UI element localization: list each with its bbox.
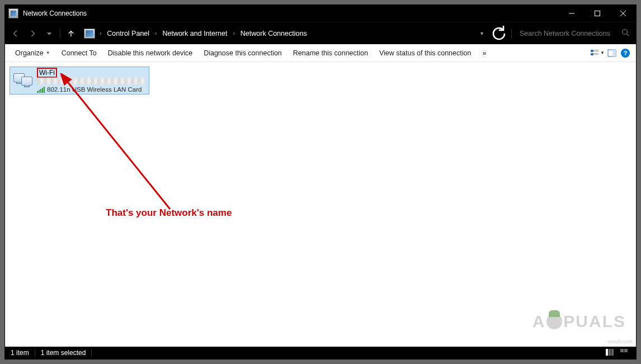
title-bar[interactable]: Network Connections: [5, 5, 636, 22]
annotation-text: That's your Network's name: [106, 207, 232, 219]
svg-rect-1: [595, 11, 600, 16]
breadcrumb-strip[interactable]: › Control Panel › Network and Internet ›…: [81, 26, 473, 41]
separator: [60, 29, 60, 39]
minimize-button[interactable]: [559, 5, 585, 22]
diagnose-button[interactable]: Diagnose this connection: [198, 46, 287, 60]
chevron-right-icon[interactable]: ›: [154, 28, 158, 39]
organize-menu[interactable]: Organize▼: [10, 46, 56, 60]
location-icon: [84, 29, 95, 39]
svg-line-7: [627, 34, 629, 36]
svg-rect-9: [594, 50, 598, 50]
help-button[interactable]: ?: [619, 46, 631, 60]
content-area[interactable]: Wi-Fi 802.11n USB Wireless LAN Card That…: [5, 62, 636, 347]
watermark: A PUALS: [532, 312, 626, 331]
svg-rect-13: [594, 54, 598, 55]
chevron-right-icon[interactable]: ›: [232, 28, 235, 39]
svg-rect-12: [594, 53, 598, 54]
status-item-count: 1 item: [11, 349, 29, 357]
connect-to-button[interactable]: Connect To: [56, 46, 102, 60]
breadcrumb-item[interactable]: Network Connections: [237, 27, 310, 40]
watermark-site: wsxdn.com: [607, 339, 633, 344]
svg-marker-4: [47, 32, 52, 35]
explorer-window: Network Connections › Control Panel › Ne…: [4, 4, 637, 360]
svg-point-6: [623, 30, 628, 35]
large-icons-view-button[interactable]: [620, 349, 630, 357]
address-bar: › Control Panel › Network and Internet ›…: [5, 22, 636, 44]
signal-strength-icon: [37, 86, 45, 93]
refresh-button[interactable]: [490, 26, 508, 41]
connection-name: Wi-Fi: [37, 68, 57, 78]
network-connection-item[interactable]: Wi-Fi 802.11n USB Wireless LAN Card: [10, 67, 149, 94]
separator: [511, 29, 512, 39]
close-button[interactable]: [610, 5, 636, 22]
svg-rect-11: [591, 53, 593, 55]
view-status-button[interactable]: View status of this connection: [374, 46, 477, 60]
address-history-button[interactable]: ▾: [475, 30, 488, 36]
search-input[interactable]: [519, 29, 621, 38]
watermark-logo-icon: [546, 314, 562, 329]
chevron-down-icon: ▼: [46, 50, 50, 55]
svg-line-17: [66, 80, 170, 209]
preview-pane-button[interactable]: [605, 46, 619, 60]
window-icon: [8, 8, 18, 18]
details-view-button[interactable]: [606, 349, 616, 357]
window-controls: [559, 5, 636, 22]
window-title: Network Connections: [23, 10, 559, 17]
breadcrumb-item[interactable]: Control Panel: [103, 27, 153, 40]
up-button[interactable]: [64, 26, 78, 41]
rename-button[interactable]: Rename this connection: [287, 46, 374, 60]
connection-ssid-redacted: [37, 78, 145, 84]
search-icon[interactable]: [621, 29, 629, 38]
back-button[interactable]: [8, 26, 23, 41]
status-selected-count: 1 item selected: [41, 349, 86, 357]
svg-rect-10: [594, 51, 598, 51]
adapter-description: 802.11n USB Wireless LAN Card: [47, 86, 142, 93]
search-box[interactable]: [515, 26, 633, 41]
command-toolbar: Organize▼ Connect To Disable this networ…: [5, 44, 636, 62]
maximize-button[interactable]: [585, 5, 610, 22]
disable-device-button[interactable]: Disable this network device: [102, 46, 198, 60]
change-view-button[interactable]: ▼: [590, 46, 605, 60]
chevron-right-icon[interactable]: ›: [98, 28, 102, 39]
more-commands-button[interactable]: »: [477, 46, 492, 60]
svg-rect-15: [612, 50, 616, 56]
forward-button[interactable]: [25, 26, 40, 41]
breadcrumb-item[interactable]: Network and Internet: [159, 27, 230, 40]
network-adapter-icon: [13, 71, 34, 90]
status-bar: 1 item 1 item selected: [5, 347, 636, 359]
chevron-down-icon: ▼: [600, 50, 605, 55]
svg-rect-8: [591, 50, 593, 52]
recent-locations-button[interactable]: [42, 26, 56, 41]
help-icon: ?: [621, 49, 630, 58]
